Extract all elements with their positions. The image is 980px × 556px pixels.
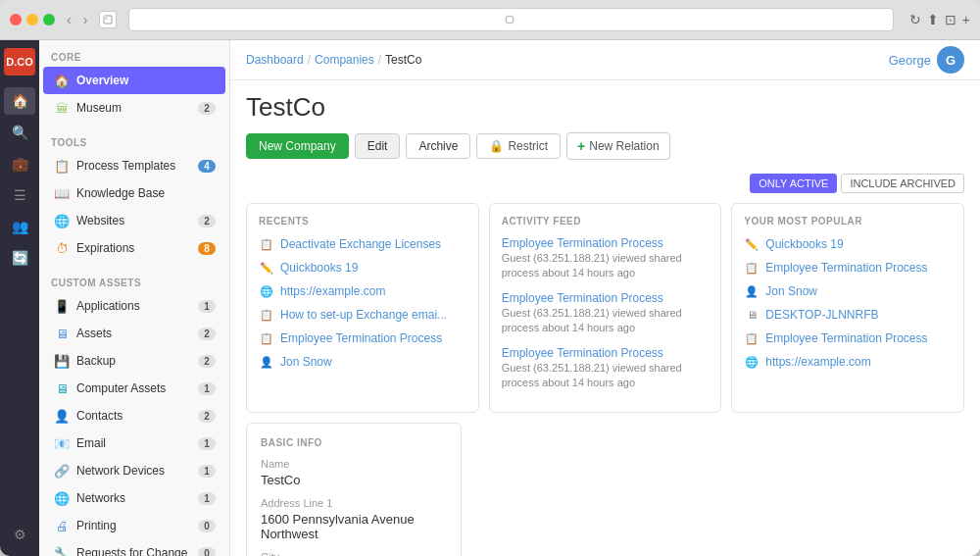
basic-info-title: BASIC INFO [261,437,447,448]
sidebar-item-overview[interactable]: 🏠 Overview [43,67,225,94]
contacts-icon: 👤 [53,407,71,425]
pencil-icon-1: ✏️ [259,260,274,276]
globe-icon-2: 🌐 [259,283,274,299]
rail-list[interactable]: ☰ [4,181,35,209]
sidebar-item-contacts[interactable]: 👤 Contacts 2 [43,402,225,430]
include-archived-filter[interactable]: INCLUDE ARCHIVED [841,174,964,193]
overview-icon: 🏠 [53,72,71,89]
new-relation-label: New Relation [589,139,659,153]
rail-settings[interactable]: ⚙ [4,521,35,548]
sidebar-core-title: CORE [39,48,229,67]
breadcrumb-companies[interactable]: Companies [315,53,374,67]
recents-link-3[interactable]: How to set-up Exchange emai... [280,308,447,322]
back-button[interactable]: ‹ [63,10,75,29]
sidebar-item-process-templates[interactable]: 📋 Process Templates 4 [43,152,225,179]
filter-bar: ONLY ACTIVE INCLUDE ARCHIVED [246,174,964,193]
sidebar-item-expirations[interactable]: ⏱ Expirations 8 [43,234,225,262]
activity-item-2: Employee Termination Process Guest (63.2… [502,346,710,391]
sidebar-email-label: Email [76,436,198,450]
networks-icon: 🌐 [53,489,71,507]
user-avatar[interactable]: G [937,46,964,74]
page-content-area: TestCo New Company Edit Archive 🔒 Restri… [230,80,980,556]
popular-item-0: ✏️ Quickbooks 19 [744,236,952,252]
only-active-filter[interactable]: ONLY ACTIVE [750,174,837,193]
printing-icon: 🖨 [53,517,71,534]
share-button[interactable]: ⬆ [927,12,939,27]
activity-link-1[interactable]: Employee Termination Process [502,291,710,305]
rail-home[interactable]: 🏠 [4,87,35,115]
sidebar-item-network-devices[interactable]: 🔗 Network Devices 1 [43,457,225,484]
recents-link-1[interactable]: Quickbooks 19 [280,261,358,275]
sidebar-process-templates-label: Process Templates [76,159,198,173]
sidebar-item-knowledge-base[interactable]: 📖 Knowledge Base [43,179,225,207]
popular-link-1[interactable]: Employee Termination Process [765,261,927,275]
sidebar-item-museum[interactable]: 🏛 Museum 2 [43,94,225,122]
name-value: TestCo [261,473,447,487]
edit-button[interactable]: Edit [355,133,401,159]
sidebar-item-requests-for-change[interactable]: 🔧 Requests for Change 0 [43,539,225,556]
popular-link-3[interactable]: DESKTOP-JLNNRFB [765,308,878,322]
new-company-button[interactable]: New Company [246,133,349,159]
sidebar-item-applications[interactable]: 📱 Applications 1 [43,292,225,320]
network-devices-badge: 1 [198,465,216,478]
sidebar-core-section: CORE 🏠 Overview 🏛 Museum 2 [39,40,229,126]
close-button[interactable] [10,14,22,25]
websites-icon: 🌐 [53,212,71,229]
popular-link-5[interactable]: https://example.com [765,355,870,369]
svg-rect-1 [104,16,108,20]
sidebar-item-websites[interactable]: 🌐 Websites 2 [43,207,225,234]
recents-link-4[interactable]: Employee Termination Process [280,331,442,345]
recents-title: RECENTS [259,216,466,227]
recents-link-0[interactable]: Deactivate Exchange Licenses [280,237,441,251]
new-relation-button[interactable]: + New Relation [566,132,670,160]
activity-link-2[interactable]: Employee Termination Process [502,346,710,360]
plus-icon: + [577,138,585,154]
museum-icon: 🏛 [53,99,71,117]
activity-link-0[interactable]: Employee Termination Process [502,236,710,250]
lock-icon: 🔒 [489,139,504,153]
sidebar-knowledge-base-label: Knowledge Base [76,186,216,200]
forward-button[interactable]: › [79,10,92,29]
sidebar-item-printing[interactable]: 🖨 Printing 0 [43,512,225,539]
window-button[interactable]: ⊡ [945,12,956,27]
rail-people[interactable]: 👥 [4,213,35,240]
popular-item-3: 🖥 DESKTOP-JLNNRFB [744,307,952,323]
sidebar-item-computer-assets[interactable]: 🖥 Computer Assets 1 [43,375,225,402]
sidebar-requests-for-change-label: Requests for Change [76,546,198,556]
page-title: TestCo [246,92,964,123]
sidebar-item-email[interactable]: 📧 Email 1 [43,430,225,457]
requests-for-change-badge: 0 [198,547,216,557]
email-badge: 1 [198,437,216,450]
address-bar[interactable] [128,8,893,31]
sidebar-item-networks[interactable]: 🌐 Networks 1 [43,484,225,512]
sidebar-item-backup[interactable]: 💾 Backup 2 [43,347,225,375]
popular-link-0[interactable]: Quickbooks 19 [765,237,843,251]
popular-link-4[interactable]: Employee Termination Process [765,331,927,345]
person-icon-5: 👤 [259,354,274,370]
sidebar-item-assets[interactable]: 🖥 Assets 2 [43,320,225,347]
nav-buttons: ‹ › [63,10,91,29]
sidebar-backup-label: Backup [76,354,198,368]
rail-refresh[interactable]: 🔄 [4,244,35,272]
popular-item-2: 👤 Jon Snow [744,283,952,299]
traffic-lights [10,14,55,25]
popular-item-1: 📋 Employee Termination Process [744,260,952,276]
new-tab-button[interactable]: + [962,12,970,27]
assets-badge: 2 [198,328,216,340]
backup-badge: 2 [198,355,216,368]
recents-link-5[interactable]: Jon Snow [280,355,332,369]
rail-search[interactable]: 🔍 [4,119,35,146]
printing-badge: 0 [198,520,216,532]
rail-briefcase[interactable]: 💼 [4,150,35,177]
breadcrumb-dashboard[interactable]: Dashboard [246,53,304,67]
restrict-button[interactable]: 🔒 Restrict [476,133,561,159]
archive-button[interactable]: Archive [406,133,470,159]
name-label: Name [261,458,447,470]
minimize-button[interactable] [26,14,38,25]
popular-link-2[interactable]: Jon Snow [765,284,817,298]
refresh-button[interactable]: ↻ [909,12,921,27]
popular-item-4: 📋 Employee Termination Process [744,330,952,346]
maximize-button[interactable] [43,14,55,25]
most-popular-card: YOUR MOST POPULAR ✏️ Quickbooks 19 📋 Emp… [731,203,964,413]
recents-link-2[interactable]: https://example.com [280,284,385,298]
